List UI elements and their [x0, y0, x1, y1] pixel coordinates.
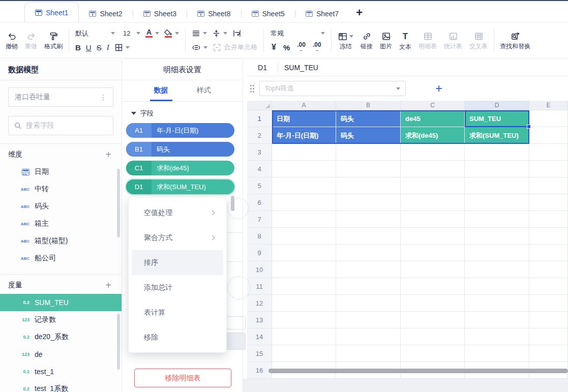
row-header-13[interactable]: 13 — [247, 312, 272, 328]
cell[interactable] — [401, 144, 465, 161]
menu-item[interactable]: 聚合方式 — [132, 225, 223, 250]
cell[interactable] — [529, 312, 568, 328]
cell[interactable] — [529, 261, 568, 278]
cell[interactable] — [401, 228, 465, 245]
cell[interactable] — [336, 295, 401, 312]
percent-format-button[interactable]: % — [283, 43, 290, 52]
add-sheet-button[interactable]: + — [349, 6, 370, 22]
add-dimension-button[interactable]: + — [105, 150, 111, 159]
cell[interactable] — [529, 177, 568, 194]
cell[interactable] — [401, 245, 465, 261]
horizontal-align-button[interactable] — [189, 29, 210, 38]
cell[interactable] — [401, 278, 465, 295]
cell[interactable] — [529, 127, 568, 144]
cell[interactable] — [529, 295, 568, 312]
cell[interactable] — [465, 278, 529, 295]
cell[interactable] — [272, 211, 336, 228]
cell[interactable] — [272, 312, 336, 328]
collapse-icon[interactable] — [131, 112, 136, 115]
cell[interactable] — [465, 211, 529, 228]
borders-button[interactable] — [112, 43, 132, 52]
cell[interactable] — [336, 194, 401, 211]
cell[interactable] — [465, 295, 529, 312]
measure-item[interactable]: 0.2SUM_TEU — [0, 294, 122, 311]
cell[interactable] — [529, 228, 568, 245]
font-color-button[interactable]: A — [143, 29, 162, 38]
dimension-item[interactable]: 日期 — [0, 163, 122, 180]
cell[interactable]: 码头 — [336, 127, 401, 144]
freeze-button[interactable]: 冻结 — [334, 24, 357, 56]
strikethrough-button[interactable]: S — [94, 43, 104, 52]
cell[interactable] — [272, 228, 336, 245]
remove-detail-table-button[interactable]: 移除明细表 — [134, 369, 231, 387]
measure-item[interactable]: 123记录数 — [0, 311, 122, 328]
row-header-11[interactable]: 11 — [247, 278, 272, 295]
cell[interactable] — [336, 261, 401, 278]
cell[interactable] — [272, 328, 336, 345]
cell[interactable] — [336, 211, 401, 228]
cell[interactable] — [529, 110, 568, 127]
underline-button[interactable]: U — [83, 43, 94, 52]
sheet-tab-sheet3[interactable]: Sheet3 — [133, 5, 187, 22]
cell[interactable]: de45 — [401, 110, 465, 127]
measure-item[interactable]: 0.2test_1系数 — [0, 380, 122, 392]
cell[interactable] — [272, 144, 336, 161]
row-header-5[interactable]: 5 — [247, 177, 272, 194]
settings-tab-style[interactable]: 样式 — [196, 80, 212, 101]
sheet-tab-sheet7[interactable]: Sheet7 — [295, 5, 349, 22]
dimension-item[interactable]: ABC码头 — [0, 198, 122, 215]
cell[interactable] — [465, 345, 529, 362]
cell[interactable] — [401, 177, 465, 194]
sheet-tab-sheet5[interactable]: Sheet5 — [242, 5, 295, 22]
cell[interactable] — [336, 328, 401, 345]
measure-item[interactable]: 0.2de20_系数 — [0, 328, 122, 346]
row-header-14[interactable]: 14 — [247, 328, 272, 345]
cell[interactable] — [529, 278, 568, 295]
menu-item[interactable]: 移除 — [132, 325, 223, 350]
add-measure-button[interactable]: + — [105, 281, 111, 290]
menu-item[interactable]: 排序 — [132, 250, 223, 275]
column-header-D[interactable]: D — [465, 101, 529, 110]
cell[interactable] — [465, 144, 529, 161]
cell[interactable] — [272, 177, 336, 194]
cell[interactable]: 码头 — [336, 110, 401, 127]
menu-item[interactable]: 添加总计 — [132, 275, 223, 300]
more-options-icon[interactable]: ⋮ — [100, 93, 107, 101]
row-header-3[interactable]: 3 — [247, 144, 272, 161]
cell[interactable] — [401, 161, 465, 177]
row-header-9[interactable]: 9 — [247, 245, 272, 261]
font-family-select[interactable]: 默认 — [73, 29, 117, 38]
dimension-scrollbar[interactable] — [117, 169, 120, 237]
cell[interactable] — [272, 194, 336, 211]
redo-button[interactable]: 重做 — [21, 24, 41, 56]
cell[interactable] — [465, 328, 529, 345]
field-pill-d1[interactable]: D1求和(SUM_TEU) — [126, 179, 234, 194]
cell[interactable] — [465, 177, 529, 194]
row-header-2[interactable]: 2 — [247, 127, 272, 144]
format-painter-button[interactable]: 格式刷 — [41, 24, 66, 56]
row-header-7[interactable]: 7 — [247, 211, 272, 228]
horizontal-scrollbar[interactable] — [268, 369, 568, 373]
cross-table-button[interactable]: 交叉表 — [466, 24, 491, 56]
cell[interactable] — [272, 278, 336, 295]
vertical-align-button[interactable] — [210, 29, 230, 38]
cell[interactable] — [465, 228, 529, 245]
cell[interactable] — [465, 194, 529, 211]
dataset-select[interactable]: 港口吞吐量 ⋮ — [8, 87, 113, 107]
row-header-1[interactable]: 1 — [247, 110, 272, 127]
measure-item[interactable]: 123de — [0, 346, 122, 363]
cell[interactable] — [336, 278, 401, 295]
sheet-tab-sheet2[interactable]: Sheet2 — [79, 5, 132, 22]
cell[interactable] — [336, 245, 401, 261]
merge-cells-button[interactable]: 合并单元格 — [210, 43, 260, 52]
stats-table-button[interactable]: 统计表 — [440, 24, 466, 56]
cell[interactable] — [529, 194, 568, 211]
fill-handle[interactable] — [527, 125, 531, 129]
fill-color-button[interactable] — [162, 29, 182, 38]
cell[interactable] — [336, 161, 401, 177]
menu-item[interactable]: 空值处理 — [132, 200, 223, 225]
cell[interactable] — [401, 211, 465, 228]
cell[interactable] — [529, 144, 568, 161]
cell[interactable] — [336, 312, 401, 328]
dimension-item[interactable]: ABC箱型(箱型) — [0, 232, 122, 250]
